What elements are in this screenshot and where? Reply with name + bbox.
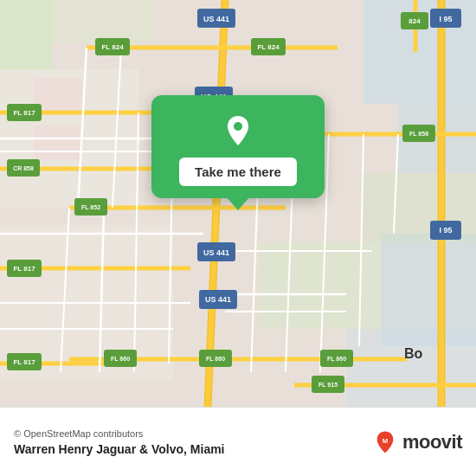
svg-rect-11 [35,78,82,113]
svg-text:US 441: US 441 [205,295,231,304]
svg-text:M: M [383,436,388,444]
svg-text:824: 824 [408,17,421,25]
svg-text:FL 817: FL 817 [13,358,35,366]
svg-text:FL 860: FL 860 [327,356,346,362]
svg-text:FL 860: FL 860 [206,356,225,362]
svg-text:FL 817: FL 817 [13,265,35,273]
map-attribution: © OpenStreetMap contributors [14,428,218,439]
place-name: Warren Henry Jaguar & Volvo, Miami [14,442,225,456]
moovit-brand-text: moovit [402,431,462,453]
take-me-there-button[interactable]: Take me there [179,158,297,186]
svg-text:CR 858: CR 858 [13,165,34,171]
moovit-pin-icon: M [373,430,397,454]
svg-text:FL 858: FL 858 [409,131,428,137]
svg-rect-6 [52,0,156,43]
bottom-left-info: © OpenStreetMap contributors Warren Henr… [14,428,225,456]
svg-text:Bo: Bo [404,346,423,361]
svg-text:FL 915: FL 915 [318,382,338,388]
bottom-bar: © OpenStreetMap contributors Warren Henr… [0,407,476,476]
svg-point-88 [234,122,242,131]
svg-rect-4 [346,329,476,407]
map-container: I 95 I 95 US 441 US 441 US 441 US 441 FL… [0,0,476,407]
svg-text:FL 852: FL 852 [81,204,100,210]
svg-text:US 441: US 441 [203,15,229,23]
svg-text:FL 817: FL 817 [13,109,35,117]
moovit-logo: M moovit [373,430,462,454]
svg-rect-8 [260,242,381,329]
svg-text:FL 824: FL 824 [101,43,124,51]
location-card: Take me there [151,95,325,198]
svg-rect-12 [35,125,82,160]
svg-text:I 95: I 95 [439,226,452,235]
svg-text:I 95: I 95 [439,15,452,23]
svg-text:US 441: US 441 [203,248,229,257]
svg-text:FL 824: FL 824 [257,43,280,51]
svg-text:FL 860: FL 860 [111,356,130,362]
location-pin-icon [219,111,257,149]
svg-rect-5 [0,0,52,69]
